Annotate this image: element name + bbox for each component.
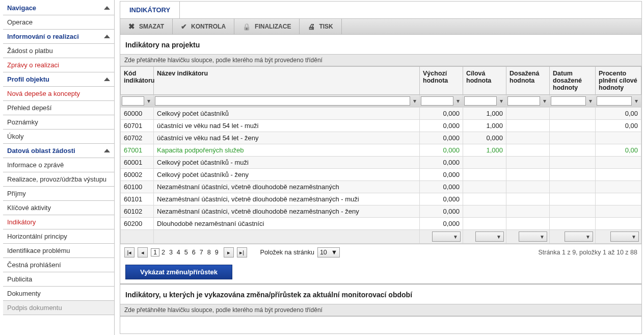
summary-dropdown[interactable]: ▼: [610, 231, 639, 242]
page-number[interactable]: 8: [205, 249, 213, 256]
nav-item[interactable]: Nová depeše a koncepty: [3, 87, 114, 101]
page-number[interactable]: 1: [151, 248, 159, 256]
check-button[interactable]: KONTROLA: [173, 19, 234, 34]
group-by-hint-2[interactable]: Zde přetáhněte hlavičku sloupce, podle k…: [120, 304, 641, 316]
indicators-table: Kód indikátoru Název indikátoru Výchozí …: [120, 66, 641, 244]
cell-dosazena: [506, 132, 550, 144]
chevron-down-icon: ▼: [538, 234, 547, 240]
nav-item[interactable]: Horizontální principy: [3, 229, 114, 244]
nav-item[interactable]: Operace: [3, 15, 114, 30]
cell-proc: 0,00: [596, 144, 641, 157]
cell-cilova: 1,000: [463, 120, 506, 132]
cell-kod: 60001: [121, 157, 154, 169]
filter-icon[interactable]: [633, 97, 640, 105]
col-vychozi[interactable]: Výchozí hodnota: [420, 67, 463, 95]
filter-icon[interactable]: [498, 97, 505, 105]
col-nazev[interactable]: Název indikátoru: [154, 67, 420, 95]
filter-input[interactable]: [597, 96, 632, 106]
nav-item[interactable]: Podpis dokumentu: [3, 301, 114, 315]
last-page-button[interactable]: ▸|: [237, 247, 247, 257]
nav-group-header[interactable]: Profil objektu: [3, 72, 114, 87]
page-number[interactable]: 4: [175, 249, 182, 256]
col-dosazena[interactable]: Dosažená hodnota: [506, 67, 550, 95]
summary-dropdown[interactable]: ▼: [565, 231, 593, 242]
filter-icon[interactable]: [587, 97, 594, 105]
cell-vychozi: 0,000: [420, 108, 463, 120]
filter-input[interactable]: [551, 96, 586, 106]
page-number[interactable]: 6: [190, 249, 198, 256]
table-row[interactable]: 60102Nezaměstnaní účastníci, včetně dlou…: [121, 205, 641, 218]
page-number[interactable]: 2: [159, 249, 167, 256]
nav-item[interactable]: Poznámky: [3, 115, 114, 130]
nav-item[interactable]: Realizace, provoz/údržba výstupu: [3, 172, 114, 187]
col-procento[interactable]: Procento plnění cílové hodnoty: [596, 67, 641, 95]
nav-item[interactable]: Publicita: [3, 272, 114, 287]
nav-item[interactable]: Úkoly: [3, 130, 114, 144]
filter-icon[interactable]: [541, 97, 548, 105]
nav-item[interactable]: Zprávy o realizaci: [3, 58, 114, 72]
nav-group-header[interactable]: Informování o realizaci: [3, 30, 114, 44]
chevron-up-icon: [104, 6, 110, 10]
table-row[interactable]: 60100Nezaměstnaní účastníci, včetně dlou…: [121, 181, 641, 193]
cell-vychozi: 0,000: [420, 181, 463, 193]
group-by-hint[interactable]: Zde přetáhněte hlavičku sloupce, podle k…: [120, 54, 641, 66]
table-row[interactable]: 60200Dlouhodobě nezaměstnaní účastníci0,…: [121, 218, 641, 230]
tab-indikatory[interactable]: INDIKÁTORY: [120, 2, 180, 18]
summary-dropdown[interactable]: ▼: [432, 231, 461, 242]
cell-cilova: 1,000: [463, 108, 506, 120]
prev-page-button[interactable]: ◂: [138, 247, 148, 257]
items-per-page-select[interactable]: 10 ▼: [317, 247, 340, 257]
cell-dosazena: [506, 193, 550, 205]
nav-item[interactable]: Příjmy: [3, 187, 114, 201]
nav-item[interactable]: Přehled depeší: [3, 101, 114, 115]
nav-item[interactable]: Informace o zprávě: [3, 158, 114, 172]
first-page-button[interactable]: |◂: [124, 247, 135, 257]
nav-item[interactable]: Indikátory: [3, 215, 114, 229]
table-row[interactable]: 60001Celkový počet účastníků - muži0,000: [121, 157, 641, 169]
table-row[interactable]: 60701účastníci ve věku nad 54 let - muži…: [121, 120, 641, 132]
delete-button[interactable]: ✖ SMAZAT: [120, 19, 173, 34]
content-area: Indikátory na projektu Zde přetáhněte hl…: [120, 35, 641, 333]
table-row[interactable]: 60002Celkový počet účastníků - ženy0,000: [121, 169, 641, 181]
nav-item[interactable]: Identifikace problému: [3, 244, 114, 258]
summary-dropdown[interactable]: ▼: [519, 231, 547, 242]
nav-item[interactable]: Dokumenty: [3, 287, 114, 301]
page-number[interactable]: 9: [213, 249, 221, 256]
nav-group-header[interactable]: Navigace: [3, 1, 114, 15]
cell-proc: [596, 157, 641, 169]
page-number[interactable]: 7: [198, 249, 205, 256]
chevron-up-icon: [104, 149, 110, 152]
nav-item[interactable]: Čestná prohlášení: [3, 258, 114, 272]
finalize-button[interactable]: FINALIZACE: [234, 19, 300, 34]
summary-dropdown[interactable]: ▼: [475, 231, 504, 242]
page-number[interactable]: 5: [182, 249, 190, 256]
filter-icon[interactable]: [454, 97, 462, 105]
cell-nazev: účastníci ve věku nad 54 let - muži: [154, 120, 420, 132]
cell-dosazena: [506, 120, 550, 132]
cell-nazev: Nezaměstnaní účastníci, včetně dlouhodob…: [154, 181, 420, 193]
page-number[interactable]: 3: [167, 249, 175, 256]
table-row[interactable]: 60000Celkový počet účastníků0,0001,0000,…: [121, 108, 641, 120]
nav-item[interactable]: Klíčové aktivity: [3, 201, 114, 215]
filter-input[interactable]: [464, 96, 497, 106]
nav-group-header[interactable]: Datová oblast žádosti: [3, 144, 114, 158]
filter-input[interactable]: [421, 96, 453, 106]
col-datum[interactable]: Datum dosažené hodnoty: [550, 67, 596, 95]
cell-nazev: účastníci ve věku nad 54 let - ženy: [154, 132, 420, 144]
col-cilova[interactable]: Cílová hodnota: [463, 67, 506, 95]
table-row[interactable]: 60101Nezaměstnaní účastníci, včetně dlou…: [121, 193, 641, 205]
next-page-button[interactable]: ▸: [224, 247, 234, 257]
nav-item[interactable]: Žádost o platbu: [3, 44, 114, 58]
report-change-button[interactable]: Vykázat změnu/přírůstek: [125, 265, 232, 279]
filter-input[interactable]: [507, 96, 540, 106]
table-row[interactable]: 67001Kapacita podpořených služeb0,0001,0…: [121, 144, 641, 157]
cell-proc: [596, 181, 641, 193]
cell-proc: 0,00: [596, 120, 641, 132]
col-kod[interactable]: Kód indikátoru: [121, 67, 154, 95]
print-button[interactable]: TISK: [300, 19, 341, 34]
filter-input[interactable]: [155, 96, 410, 106]
filter-input[interactable]: [122, 96, 144, 106]
filter-icon[interactable]: [411, 97, 418, 105]
table-row[interactable]: 60702účastníci ve věku nad 54 let - ženy…: [121, 132, 641, 144]
filter-icon[interactable]: [145, 97, 152, 105]
